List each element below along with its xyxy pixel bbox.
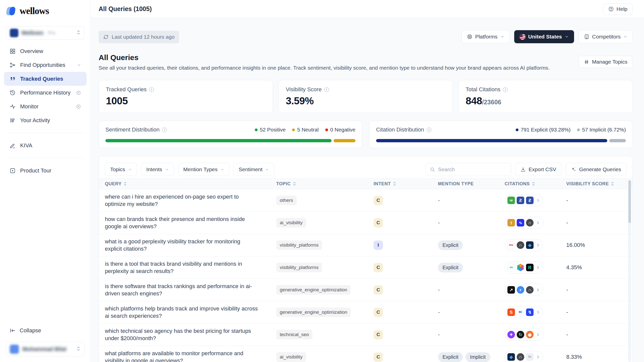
citations-pill[interactable]: tmv∩◆ xyxy=(505,239,543,251)
building-icon xyxy=(584,34,589,39)
sidebar-item-your-activity[interactable]: Your Activity xyxy=(4,113,87,127)
sidebar-nav: Overview Find Opportunities Tracked Quer… xyxy=(0,44,91,177)
network-icon xyxy=(10,62,16,68)
circle-dot-icon xyxy=(76,90,81,95)
sidebar-item-label: Find Opportunities xyxy=(20,62,65,68)
mention-type-pill: Explicit xyxy=(438,263,463,273)
citations-pill[interactable]: t∿∩ xyxy=(505,217,543,229)
activity-bars-icon xyxy=(10,117,16,123)
sidebar-divider xyxy=(6,158,85,158)
user-menu[interactable]: Muhammad Bilal xyxy=(6,342,85,356)
sentiment-filter-dropdown[interactable]: Sentiment xyxy=(233,163,274,176)
export-csv-button[interactable]: Export CSV xyxy=(515,163,561,176)
table-row[interactable]: which technical seo agency has the best … xyxy=(99,324,632,346)
workspace-selector[interactable]: Wellows Pro xyxy=(6,26,85,40)
column-header-visibility-score[interactable]: Visibility Score xyxy=(566,181,632,187)
manage-topics-button[interactable]: Manage Topics xyxy=(579,56,633,68)
citations-pill[interactable]: visR xyxy=(505,261,543,274)
sidebar-item-label: Your Activity xyxy=(20,117,50,124)
table-row[interactable]: which platforms help brands track and im… xyxy=(99,301,632,324)
empty-mention: - xyxy=(438,331,440,338)
empty-mention: - xyxy=(438,197,440,204)
table-scrollbar-thumb[interactable] xyxy=(628,180,631,223)
citations-pill[interactable]: ◆∩Ps xyxy=(505,351,543,362)
info-icon[interactable]: i xyxy=(324,87,329,92)
refresh-icon xyxy=(103,34,109,40)
column-header-citations[interactable]: Citations xyxy=(505,181,566,187)
chevron-down-icon xyxy=(623,35,627,39)
sort-icon xyxy=(393,182,396,186)
sidebar-item-performance-history[interactable]: Performance History xyxy=(4,86,87,100)
sidebar-divider xyxy=(6,133,85,133)
table-row[interactable]: is there a tool that tracks brand visibi… xyxy=(99,256,632,279)
topic-tag: generative_engine_optimization xyxy=(276,307,351,317)
help-label: Help xyxy=(617,6,627,12)
column-header-mention-type[interactable]: Mention Type xyxy=(438,181,505,187)
table-row[interactable]: what platforms are available to monitor … xyxy=(99,346,632,362)
play-square-icon xyxy=(10,168,16,174)
citations-pill[interactable]: ✦↻◉ xyxy=(505,329,543,341)
chevron-down-icon xyxy=(500,35,504,39)
help-button[interactable]: Help xyxy=(603,3,633,15)
intent-badge: C xyxy=(374,196,383,205)
collapse-sidebar-button[interactable]: Collapse xyxy=(4,324,87,337)
total-citations-value: 848/23606 xyxy=(466,95,625,107)
search-input[interactable] xyxy=(438,166,507,172)
circle-dot-icon xyxy=(76,104,81,109)
table-row[interactable]: what is a good perplexity visibility tra… xyxy=(99,234,632,256)
sidebar-item-label: Performance History xyxy=(20,89,71,96)
sidebar-footer: Collapse Muhammad Bilal xyxy=(0,324,91,362)
region-filter-button[interactable]: United States xyxy=(514,30,574,43)
sidebar-item-overview[interactable]: Overview xyxy=(4,44,87,58)
info-icon[interactable]: i xyxy=(149,87,154,92)
citations-pill[interactable]: upƵƵ xyxy=(505,194,543,206)
negative-legend-label: 0 Negative xyxy=(330,127,355,133)
chevron-right-icon xyxy=(536,220,540,225)
citation-distribution-title: Citation Distribution xyxy=(376,126,424,133)
workspace-name: Wellows xyxy=(21,30,44,36)
mention-types-filter-dropdown[interactable]: Mention Types xyxy=(178,163,229,176)
implicit-dot xyxy=(577,128,580,131)
info-icon[interactable]: i xyxy=(162,127,167,132)
competitors-filter-button[interactable]: Competitors xyxy=(579,30,633,43)
info-icon[interactable]: i xyxy=(427,127,431,132)
chevron-right-icon xyxy=(536,332,540,337)
table-scrollbar[interactable] xyxy=(628,180,631,362)
positive-legend-label: 52 Positive xyxy=(260,127,286,133)
user-name: Muhammad Bilal xyxy=(22,346,66,352)
collapse-label: Collapse xyxy=(20,327,41,334)
sidebar-item-monitor[interactable]: Monitor xyxy=(4,100,87,113)
citation-distribution-card: Citation Distributioni 791 Explicit (93.… xyxy=(369,121,633,148)
topics-filter-dropdown[interactable]: Topics xyxy=(105,163,137,176)
table-row[interactable]: is there software that tracks rankings a… xyxy=(99,279,632,301)
stat-label: Total Citations xyxy=(466,86,500,93)
shield-favicon: ◆ xyxy=(526,241,534,249)
platforms-filter-button[interactable]: Platforms xyxy=(462,30,510,43)
sort-icon xyxy=(293,182,296,186)
cpu-icon xyxy=(467,34,472,39)
table-row[interactable]: where can i hire an experienced on-page … xyxy=(99,189,632,212)
visibility-score: 16.00% xyxy=(566,242,632,248)
citations-pill[interactable]: SBC↯ xyxy=(505,306,543,318)
platforms-label: Platforms xyxy=(475,34,498,40)
intents-filter-label: Intents xyxy=(146,166,162,172)
neutral-bar-segment xyxy=(334,139,355,142)
sidebar-item-product-tour[interactable]: Product Tour xyxy=(4,164,87,177)
chevron-up-down-icon xyxy=(76,346,81,352)
sidebar-item-label: Overview xyxy=(20,48,43,55)
refresh-favicon: ↻ xyxy=(517,331,524,338)
column-header-intent[interactable]: Intent xyxy=(374,181,438,187)
column-header-topic[interactable]: Topic xyxy=(276,181,374,187)
sidebar-item-tracked-queries[interactable]: Tracked Queries xyxy=(4,72,87,86)
stat-label: Visibility Score xyxy=(286,86,322,93)
sidebar-item-find-opportunities[interactable]: Find Opportunities xyxy=(4,58,87,72)
intents-filter-dropdown[interactable]: Intents xyxy=(141,163,174,176)
generate-queries-button[interactable]: Generate Queries xyxy=(566,163,626,176)
info-icon[interactable]: i xyxy=(503,87,508,92)
citations-pill[interactable]: ↗r∩ xyxy=(505,284,543,296)
sidebar-item-kiva[interactable]: KIVA xyxy=(4,139,87,152)
column-header-query[interactable]: Query xyxy=(105,181,276,187)
table-row[interactable]: how can brands track their presence and … xyxy=(99,212,632,234)
empty-mention: - xyxy=(438,309,440,315)
topic-tag: visibility_platforms xyxy=(276,263,322,272)
